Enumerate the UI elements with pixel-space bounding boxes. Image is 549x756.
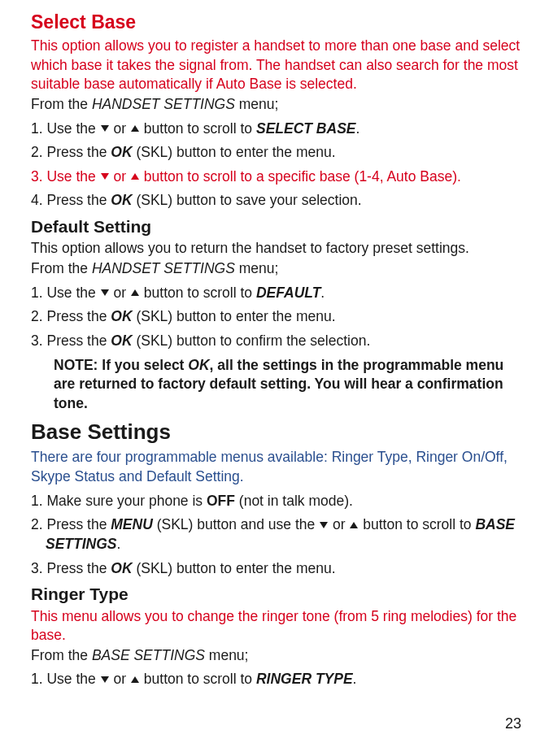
button-label: OK	[111, 144, 132, 160]
down-arrow-icon	[101, 289, 109, 296]
text: Press the	[43, 192, 111, 208]
step: 3. Use the or button to scroll to a spec…	[31, 167, 525, 187]
page-number: 23	[505, 714, 521, 733]
up-arrow-icon	[131, 289, 139, 296]
step: 4. Press the OK (SKL) button to save you…	[31, 191, 525, 211]
text: button to scroll to	[140, 120, 256, 137]
text: Use the	[43, 285, 100, 301]
step: 1. Use the or button to scroll to SELECT…	[31, 119, 525, 139]
text: From the	[31, 647, 92, 663]
step-num: 2.	[31, 144, 43, 160]
text: button to scroll to	[140, 285, 256, 301]
down-arrow-icon	[101, 173, 109, 180]
down-arrow-icon	[320, 522, 328, 528]
step: 1. Use the or button to scroll to RINGER…	[31, 670, 525, 689]
text: (SKL) button to save your selection.	[133, 192, 362, 208]
text: (SKL) button to enter the menu.	[133, 560, 336, 576]
ringer-type-from: From the BASE SETTINGS menu;	[31, 646, 525, 666]
step: 2. Press the OK (SKL) button to enter th…	[31, 307, 525, 327]
menu-name: BASE SETTINGS	[92, 647, 205, 663]
up-arrow-icon	[131, 173, 139, 180]
button-label: MENU	[111, 516, 153, 532]
text: NOTE: If you select	[54, 357, 188, 373]
step-num: 3.	[31, 332, 43, 349]
step: 2. Press the OK (SKL) button to enter th…	[31, 143, 525, 163]
menu-name: HANDSET SETTINGS	[92, 260, 235, 276]
step-num: 2.	[31, 516, 43, 532]
step-num: 3.	[31, 560, 43, 576]
step-num: 1.	[31, 671, 43, 687]
text: Use the	[43, 120, 100, 137]
select-base-steps: 1. Use the or button to scroll to SELECT…	[31, 119, 525, 211]
text: button to scroll to	[140, 671, 256, 687]
step: 1. Make sure your phone is OFF (not in t…	[31, 492, 525, 511]
target: DEFAULT	[256, 285, 320, 301]
text: or	[329, 516, 349, 532]
button-label: OK	[111, 308, 132, 324]
text: menu;	[205, 647, 249, 663]
default-setting-desc: This option allows you to return the han…	[31, 239, 525, 259]
text: Press the	[43, 516, 111, 532]
step-num: 3.	[31, 168, 43, 185]
text: .	[355, 120, 359, 137]
text: (SKL) button to confirm the selection.	[133, 332, 371, 349]
text: Use the	[43, 168, 100, 185]
select-base-desc: This option allows you to register a han…	[31, 37, 525, 94]
down-arrow-icon	[101, 125, 109, 132]
text: .	[117, 536, 121, 552]
ringer-type-steps: 1. Use the or button to scroll to RINGER…	[31, 670, 525, 689]
text: Make sure your phone is	[43, 493, 207, 509]
text: button to scroll to	[359, 516, 475, 532]
default-setting-from: From the HANDSET SETTINGS menu;	[31, 259, 525, 279]
text: Press the	[43, 332, 111, 349]
text: (SKL) button and use the	[153, 516, 319, 532]
text: or	[110, 285, 130, 301]
default-setting-heading: Default Setting	[31, 215, 525, 238]
step: 1. Use the or button to scroll to DEFAUL…	[31, 284, 525, 303]
text: Press the	[43, 560, 111, 576]
text: (not in talk mode).	[235, 493, 353, 509]
button-label: OK	[111, 192, 132, 208]
text: (SKL) button to enter the menu.	[133, 144, 336, 160]
base-settings-heading: Base Settings	[31, 418, 525, 446]
text: or	[110, 168, 130, 185]
text: Press the	[43, 308, 111, 324]
base-settings-steps: 1. Make sure your phone is OFF (not in t…	[31, 492, 525, 579]
down-arrow-icon	[101, 676, 109, 683]
default-setting-note: NOTE: If you select OK, all the settings…	[31, 356, 525, 414]
target: RINGER TYPE	[256, 671, 353, 687]
button-label: OK	[111, 560, 132, 576]
text: Use the	[43, 671, 100, 687]
select-base-from: From the HANDSET SETTINGS menu;	[31, 95, 525, 115]
state-label: OFF	[207, 493, 235, 509]
text: or	[110, 671, 130, 687]
text: menu;	[235, 96, 279, 112]
text: or	[110, 120, 130, 137]
step: 2. Press the MENU (SKL) button and use t…	[31, 515, 525, 554]
menu-name: HANDSET SETTINGS	[92, 96, 235, 112]
button-label: OK	[111, 332, 132, 349]
up-arrow-icon	[131, 125, 139, 132]
up-arrow-icon	[350, 522, 358, 528]
step-num: 4.	[31, 192, 43, 208]
step: 3. Press the OK (SKL) button to confirm …	[31, 332, 525, 351]
default-setting-steps: 1. Use the or button to scroll to DEFAUL…	[31, 284, 525, 351]
up-arrow-icon	[131, 676, 139, 683]
text: menu;	[235, 260, 279, 276]
text: Press the	[43, 144, 111, 160]
button-label: OK	[188, 357, 209, 373]
select-base-heading: Select Base	[31, 10, 525, 35]
step-num: 1.	[31, 120, 43, 137]
step-num: 1.	[31, 285, 43, 301]
ringer-type-desc: This menu allows you to change the ringe…	[31, 607, 525, 645]
target: SELECT BASE	[256, 120, 356, 137]
step-num: 2.	[31, 308, 43, 324]
text: .	[320, 285, 325, 301]
text: .	[353, 671, 357, 687]
text: button to scroll to a specific base (1-4…	[140, 168, 461, 185]
step-num: 1.	[31, 493, 43, 509]
ringer-type-heading: Ringer Type	[31, 583, 525, 606]
text: (SKL) button to enter the menu.	[133, 308, 336, 324]
step: 3. Press the OK (SKL) button to enter th…	[31, 559, 525, 579]
base-settings-desc: There are four programmable menus availa…	[31, 448, 525, 486]
